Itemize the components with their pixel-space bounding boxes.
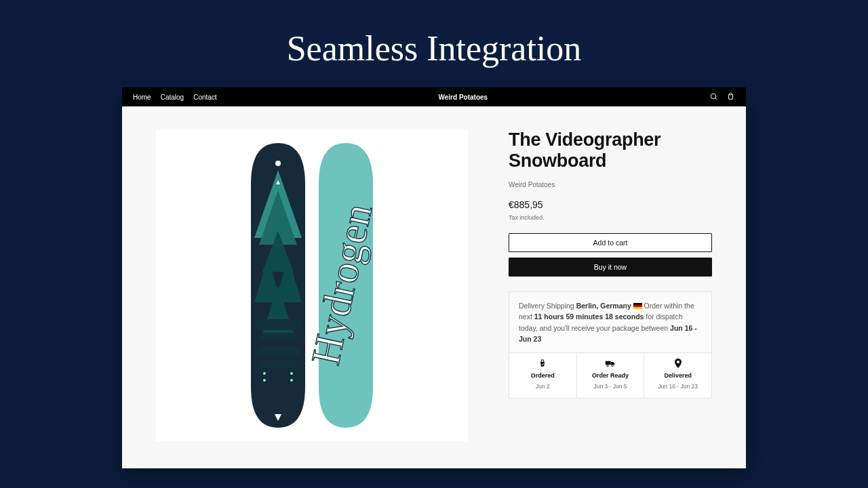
nav-link-home[interactable]: Home <box>133 94 151 101</box>
product-info: The Videographer Snowboard Weird Potatoe… <box>509 129 712 441</box>
svg-rect-17 <box>606 361 611 365</box>
delivery-step-ordered: Ordered Jun 2 <box>509 353 577 398</box>
step-date: Jun 3 - Jun 5 <box>578 382 643 391</box>
delivery-step-ready: Order Ready Jun 3 - Jun 5 <box>577 353 645 398</box>
product-title: The Videographer Snowboard <box>509 129 712 171</box>
flag-germany-icon <box>633 303 642 309</box>
svg-point-0 <box>711 94 716 99</box>
product-image[interactable]: Hydrogen <box>156 129 468 441</box>
step-date: Jun 2 <box>511 382 575 391</box>
store-header: Home Catalog Contact Weird Potatoes <box>122 87 746 106</box>
cart-icon[interactable] <box>726 92 735 102</box>
svg-point-13 <box>263 372 266 375</box>
add-to-cart-button[interactable]: Add to cart <box>509 233 712 252</box>
svg-point-20 <box>677 361 679 363</box>
svg-rect-11 <box>254 319 302 330</box>
delivery-location: Berlin, Germany <box>576 302 631 310</box>
nav-link-contact[interactable]: Contact <box>193 94 216 101</box>
bag-check-icon <box>511 359 575 369</box>
delivery-text: Delivery Shipping Berlin, Germany Order … <box>519 300 702 344</box>
step-label: Ordered <box>511 371 575 381</box>
step-label: Delivered <box>646 371 710 381</box>
delivery-steps: Ordered Jun 2 Order Ready Jun 3 - Jun 5 <box>509 352 711 398</box>
product-area: Hydrogen The Videographer Snowboard Weir… <box>122 106 746 468</box>
svg-rect-10 <box>259 360 297 368</box>
nav-link-catalog[interactable]: Catalog <box>161 94 184 101</box>
svg-rect-12 <box>260 333 296 341</box>
location-pin-icon <box>646 359 710 369</box>
svg-point-15 <box>263 379 266 382</box>
store-screenshot: Home Catalog Contact Weird Potatoes <box>122 87 746 468</box>
buy-it-now-button[interactable]: Buy it now <box>509 258 712 277</box>
svg-rect-9 <box>256 346 300 356</box>
svg-point-19 <box>612 365 614 367</box>
delivery-step-delivered: Delivered Jun 16 - Jun 23 <box>644 353 711 398</box>
search-icon[interactable] <box>709 92 718 102</box>
product-tax-note: Tax included. <box>509 214 712 221</box>
truck-icon <box>578 359 643 369</box>
step-label: Order Ready <box>578 371 643 381</box>
delivery-box: Delivery Shipping Berlin, Germany Order … <box>509 291 712 399</box>
svg-point-14 <box>290 372 293 375</box>
svg-point-4 <box>275 161 281 166</box>
svg-line-1 <box>715 98 717 100</box>
delivery-prefix: Delivery Shipping <box>519 302 576 310</box>
svg-point-16 <box>290 379 293 382</box>
step-date: Jun 16 - Jun 23 <box>646 382 710 391</box>
store-logo[interactable]: Weird Potatoes <box>217 94 709 101</box>
product-price: €885,95 <box>509 199 712 210</box>
svg-point-18 <box>607 365 609 367</box>
product-vendor: Weird Potatoes <box>509 181 712 188</box>
hero-title: Seamless Integration <box>0 0 868 87</box>
delivery-countdown: 11 hours 59 minutes 18 seconds <box>534 312 644 321</box>
